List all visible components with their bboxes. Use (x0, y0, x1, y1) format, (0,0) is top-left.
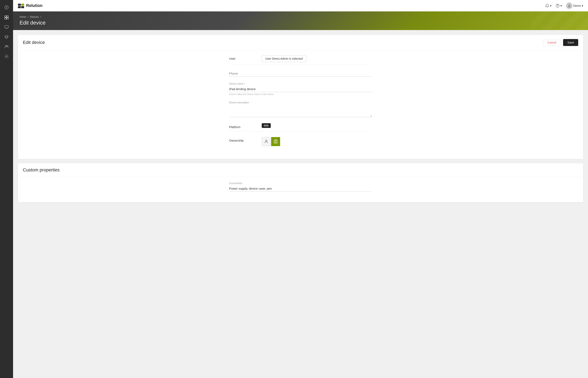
custom-props-title: Custom properties (23, 167, 60, 173)
page-title: Edit device (20, 20, 581, 26)
ownership-field-group: Ownership (229, 137, 372, 148)
breadcrumb-sep-1: > (27, 15, 29, 18)
svg-rect-17 (274, 140, 277, 143)
cancel-button[interactable]: Cancel (543, 39, 561, 46)
svg-point-6 (5, 45, 7, 47)
svg-point-8 (6, 56, 7, 57)
brand-name: Relution (26, 3, 42, 8)
platform-badge: iOS (262, 123, 271, 128)
platform-value: iOS (262, 124, 372, 127)
sidebar-item-users[interactable] (2, 42, 11, 51)
user-dropdown-icon: ▾ (582, 4, 583, 7)
svg-rect-11 (18, 6, 21, 8)
bell-icon (545, 4, 549, 8)
person-icon (264, 139, 268, 144)
svg-rect-20 (275, 142, 275, 143)
page-header: Home > Devices > Edit device (13, 12, 588, 30)
help-icon (556, 4, 560, 8)
ownership-value (262, 137, 372, 146)
accessories-label: Accessories (229, 182, 372, 185)
brand-logo-icon (18, 3, 25, 9)
device-description-input[interactable] (229, 105, 372, 117)
user-field-group: User User Demo Admin is selected (229, 55, 372, 65)
ownership-toggle (262, 137, 372, 146)
sidebar-item-education[interactable] (2, 33, 11, 41)
notification-button[interactable]: ▾ (545, 4, 551, 8)
phone-field-group (229, 70, 372, 77)
device-name-label: Device name * (229, 82, 372, 85)
breadcrumb: Home > Devices > (20, 15, 581, 18)
edit-device-card: Edit device Cancel Save User User Demo A… (18, 35, 583, 159)
notification-dropdown-icon: ▾ (550, 4, 551, 7)
svg-rect-3 (5, 18, 6, 19)
svg-rect-1 (5, 16, 6, 17)
help-dropdown-icon: ▾ (561, 4, 562, 7)
custom-props-form-section: Accessories (229, 182, 372, 192)
user-field-label: User (229, 55, 262, 60)
svg-rect-4 (7, 18, 8, 19)
card-actions: Cancel Save (543, 39, 578, 46)
ownership-corporate-button[interactable] (271, 137, 280, 146)
device-name-input[interactable] (229, 86, 372, 92)
edit-device-card-title: Edit device (23, 40, 45, 45)
svg-rect-2 (7, 16, 8, 17)
avatar (566, 2, 573, 9)
device-name-hint: Doesn't affect the device name on the de… (229, 93, 372, 95)
device-name-field-group: Device name * Doesn't affect the device … (229, 82, 372, 95)
device-description-field-group: Device description (229, 101, 372, 118)
custom-props-body: Accessories (18, 177, 583, 202)
svg-rect-12 (21, 6, 24, 8)
building-icon (273, 139, 278, 144)
navbar-right: ▾ ▾ Demo ▾ (545, 2, 583, 9)
card-header: Edit device Cancel Save (18, 35, 583, 50)
form-section: User User Demo Admin is selected Device … (229, 55, 372, 148)
sidebar (0, 0, 13, 378)
svg-point-7 (7, 45, 8, 47)
accessories-input[interactable] (229, 186, 372, 192)
ownership-personal-button[interactable] (262, 137, 271, 146)
help-button[interactable]: ▾ (556, 4, 562, 8)
breadcrumb-sep-2: > (40, 15, 41, 18)
user-name: Demo (573, 4, 581, 7)
svg-point-14 (557, 6, 558, 7)
edit-device-form: User User Demo Admin is selected Device … (18, 50, 583, 159)
svg-rect-19 (276, 141, 276, 142)
sidebar-item-devices[interactable] (2, 13, 11, 21)
svg-point-15 (568, 4, 570, 6)
custom-properties-card: Custom properties Accessories (18, 163, 583, 202)
navbar: Relution ▾ ▾ (13, 0, 588, 12)
sidebar-item-screen[interactable] (2, 23, 11, 31)
svg-rect-10 (21, 4, 24, 6)
ownership-label: Ownership (229, 137, 262, 142)
phone-input[interactable] (229, 70, 372, 77)
svg-rect-21 (276, 142, 276, 143)
user-menu[interactable]: Demo ▾ (566, 2, 583, 9)
platform-field-group: Platform iOS (229, 124, 372, 131)
save-button[interactable]: Save (563, 39, 578, 46)
svg-rect-9 (18, 4, 21, 6)
platform-label: Platform (229, 124, 262, 129)
breadcrumb-devices[interactable]: Devices (30, 15, 39, 18)
custom-props-header: Custom properties (18, 163, 583, 177)
sidebar-item-settings[interactable] (2, 52, 11, 60)
accessories-field-group: Accessories (229, 182, 372, 192)
content-area: Edit device Cancel Save User User Demo A… (13, 30, 588, 378)
sidebar-item-upload[interactable] (2, 3, 11, 12)
svg-point-16 (266, 140, 267, 141)
user-selected-badge[interactable]: User Demo Admin is selected (262, 55, 306, 62)
svg-rect-18 (275, 141, 275, 142)
svg-rect-5 (5, 26, 8, 28)
brand: Relution (18, 3, 42, 9)
breadcrumb-home[interactable]: Home (20, 15, 26, 18)
main-area: Relution ▾ ▾ (13, 0, 588, 378)
device-description-label: Device description (229, 101, 372, 104)
user-field-value: User Demo Admin is selected (262, 55, 372, 62)
